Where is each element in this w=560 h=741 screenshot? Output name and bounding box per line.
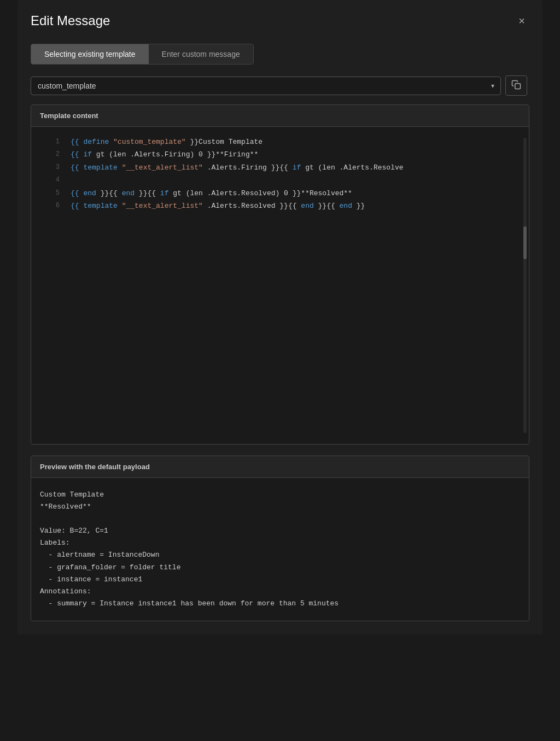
- template-select-wrapper: custom_template default_template ▾: [31, 77, 501, 95]
- line-content-5: {{ end }}{{ end }}{{ if gt (len .Alerts.…: [71, 187, 352, 200]
- kw-1: {{: [71, 138, 79, 146]
- line-num-3: 3: [40, 161, 60, 174]
- line-num-4: 4: [40, 174, 60, 186]
- code-line-3: 3 {{ template "__text_alert_list" .Alert…: [40, 161, 520, 174]
- modal-title: Edit Message: [31, 13, 110, 28]
- copy-icon: [511, 80, 521, 90]
- preview-content: Custom Template **Resolved** Value: B=22…: [31, 478, 529, 621]
- template-select[interactable]: custom_template default_template: [31, 77, 501, 95]
- line-num-6: 6: [40, 200, 60, 212]
- line-content-4: [71, 174, 75, 186]
- modal-header: Edit Message ×: [31, 13, 529, 28]
- copy-button[interactable]: [505, 75, 527, 96]
- dropdown-row: custom_template default_template ▾: [31, 75, 529, 96]
- code-line-4: 4: [40, 174, 520, 186]
- svg-rect-0: [515, 84, 521, 89]
- code-line-6: 6 {{ template "__text_alert_list" .Alert…: [40, 200, 520, 212]
- close-button[interactable]: ×: [514, 13, 529, 28]
- line-content-6: {{ template "__text_alert_list" .Alerts.…: [71, 200, 365, 212]
- scrollbar-track: [523, 138, 527, 433]
- tab-custom-message[interactable]: Enter custom message: [149, 44, 253, 64]
- line-num-1: 1: [40, 136, 60, 148]
- kw-define: define: [83, 138, 109, 146]
- edit-message-modal: Edit Message × Selecting existing templa…: [18, 0, 542, 634]
- preview-header: Preview with the default payload: [31, 456, 529, 478]
- code-lines: 1 {{ define "custom_template" }}Custom T…: [40, 136, 520, 212]
- code-line-1: 1 {{ define "custom_template" }}Custom T…: [40, 136, 520, 148]
- scrollbar-thumb[interactable]: [523, 226, 527, 259]
- line-num-2: 2: [40, 148, 60, 161]
- line-content-1: {{ define "custom_template" }}Custom Tem…: [71, 136, 262, 148]
- line-num-5: 5: [40, 187, 60, 200]
- code-editor[interactable]: 1 {{ define "custom_template" }}Custom T…: [31, 127, 529, 444]
- template-content-header: Template content: [31, 105, 529, 127]
- tab-group: Selecting existing template Enter custom…: [31, 44, 254, 65]
- code-line-2: 2 {{ if gt (len .Alerts.Firing) 0 }}**Fi…: [40, 148, 520, 161]
- code-line-5: 5 {{ end }}{{ end }}{{ if gt (len .Alert…: [40, 187, 520, 200]
- line-content-2: {{ if gt (len .Alerts.Firing) 0 }}**Firi…: [71, 148, 258, 161]
- tab-selecting-template[interactable]: Selecting existing template: [31, 44, 149, 64]
- preview-section: Preview with the default payload Custom …: [31, 456, 529, 621]
- str-custom: "custom_template": [113, 138, 186, 146]
- template-content-section: Template content 1 {{ define "custom_tem…: [31, 104, 529, 445]
- line-content-3: {{ template "__text_alert_list" .Alerts.…: [71, 161, 404, 174]
